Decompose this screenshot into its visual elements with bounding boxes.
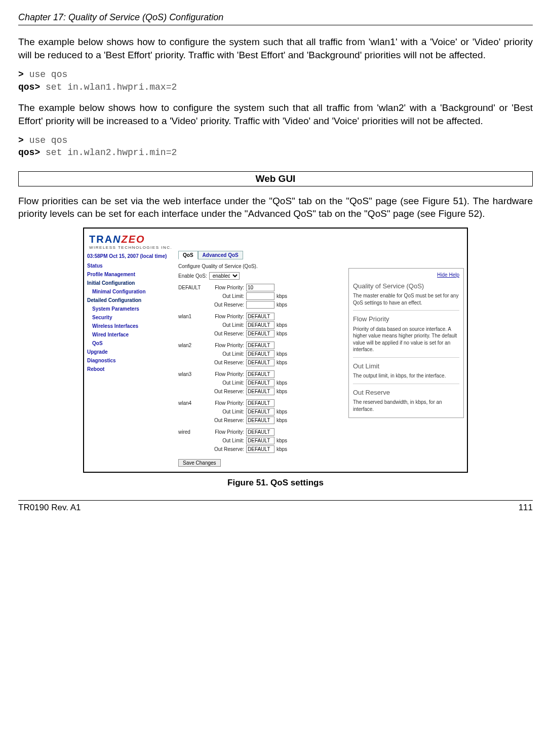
out-reserve-label: Out Reserve: xyxy=(202,360,246,365)
help-text-out-limit: The output limit, in kbps, for the inter… xyxy=(353,372,459,380)
default-out-reserve-input[interactable] xyxy=(246,301,274,309)
out-reserve-label: Out Reserve: xyxy=(202,418,246,423)
nav-sidebar: 03:58PM Oct 15, 2007 (local time) Status… xyxy=(84,251,173,472)
cli-command: set in.wlan2.hwpri.min=2 xyxy=(46,147,177,158)
out-limit-input[interactable] xyxy=(246,379,274,387)
out-reserve-input[interactable] xyxy=(246,417,274,424)
nav-system-parameters[interactable]: System Parameters xyxy=(87,305,173,313)
nav-profile-management[interactable]: Profile Management xyxy=(87,270,173,279)
cli-command: set in.wlan1.hwpri.max=2 xyxy=(46,82,177,92)
cli-prompt: qos> xyxy=(18,147,40,158)
out-limit-label: Out Limit: xyxy=(202,293,246,299)
kbps-unit: kbps xyxy=(274,331,287,336)
footer-doc-id: TR0190 Rev. A1 xyxy=(18,503,81,513)
out-limit-input[interactable] xyxy=(246,350,274,358)
help-title-qos: Quality of Service (QoS) xyxy=(353,282,459,291)
paragraph-2: The example below shows how to configure… xyxy=(18,101,533,127)
nav-initial-configuration[interactable]: Initial Configuration xyxy=(87,279,173,287)
out-reserve-label: Out Reserve: xyxy=(202,302,246,308)
kbps-unit: kbps xyxy=(274,380,287,386)
page-footer: TR0190 Rev. A1 111 xyxy=(18,500,533,513)
iface-name: wlan2 xyxy=(178,343,202,348)
enable-qos-select[interactable]: enabled xyxy=(209,272,240,280)
out-limit-label: Out Limit: xyxy=(202,438,246,443)
out-reserve-input[interactable] xyxy=(246,330,274,337)
nav-reboot[interactable]: Reboot xyxy=(87,365,173,373)
kbps-unit: kbps xyxy=(274,418,287,423)
cli-command: use qos xyxy=(29,69,68,80)
kbps-unit: kbps xyxy=(274,446,287,452)
kbps-unit: kbps xyxy=(274,351,287,357)
iface-name: wlan3 xyxy=(178,371,202,377)
kbps-unit: kbps xyxy=(274,409,287,414)
kbps-unit: kbps xyxy=(274,438,287,443)
nav-status[interactable]: Status xyxy=(87,261,173,270)
kbps-unit: kbps xyxy=(274,360,287,365)
flow-priority-input[interactable] xyxy=(246,313,274,320)
flow-priority-label: Flow Priority: xyxy=(202,400,246,406)
out-limit-label: Out Limit: xyxy=(202,380,246,386)
figure-caption: Figure 51. QoS settings xyxy=(83,478,468,488)
cli-command: use qos xyxy=(29,135,68,145)
flow-priority-input[interactable] xyxy=(246,342,274,349)
iface-name: wlan1 xyxy=(178,314,202,319)
save-changes-button[interactable]: Save Changes xyxy=(178,459,221,467)
nav-security[interactable]: Security xyxy=(87,313,173,322)
help-title-flow-priority: Flow Priority xyxy=(353,315,459,324)
chapter-header: Chapter 17: Quality of Service (QoS) Con… xyxy=(18,12,533,25)
out-limit-label: Out Limit: xyxy=(202,322,246,328)
help-panel: Hide Help Quality of Service (QoS) The m… xyxy=(348,268,464,418)
logo-subtitle: WIRELESS TECHNOLOGIES INC. xyxy=(89,245,462,250)
kbps-unit: kbps xyxy=(274,302,287,308)
tab-bar: QoS Advanced QoS xyxy=(178,251,465,259)
nav-qos[interactable]: QoS xyxy=(87,339,173,348)
iface-name: wired xyxy=(178,429,202,435)
out-reserve-label: Out Reserve: xyxy=(202,331,246,336)
kbps-unit: kbps xyxy=(274,389,287,394)
flow-priority-label: Flow Priority: xyxy=(202,314,246,319)
nav-diagnostics[interactable]: Diagnostics xyxy=(87,356,173,365)
out-limit-input[interactable] xyxy=(246,408,274,415)
paragraph-1: The example below shows how to configure… xyxy=(18,35,533,61)
out-reserve-label: Out Reserve: xyxy=(202,389,246,394)
kbps-unit: kbps xyxy=(274,322,287,328)
section-heading-web-gui: Web GUI xyxy=(18,171,533,186)
out-limit-label: Out Limit: xyxy=(202,351,246,357)
help-text-flow-priority: Priority of data based on source interfa… xyxy=(353,326,459,353)
out-reserve-input[interactable] xyxy=(246,388,274,395)
hide-help-link[interactable]: Hide Help xyxy=(353,272,459,279)
code-block-2: > use qos qos> set in.wlan2.hwpri.min=2 xyxy=(18,134,533,159)
help-title-out-limit: Out Limit xyxy=(353,362,459,371)
flow-priority-input[interactable] xyxy=(246,399,274,407)
out-reserve-input[interactable] xyxy=(246,359,274,366)
nav-wireless-interfaces[interactable]: Wireless Interfaces xyxy=(87,322,173,330)
out-reserve-input[interactable] xyxy=(246,445,274,453)
out-limit-input[interactable] xyxy=(246,321,274,329)
tab-advanced-qos[interactable]: Advanced QoS xyxy=(198,251,243,259)
default-out-limit-input[interactable] xyxy=(246,292,274,300)
help-text-out-reserve: The reserved bandwidth, in kbps, for an … xyxy=(353,399,459,412)
flow-priority-input[interactable] xyxy=(246,428,274,436)
cli-prompt: qos> xyxy=(18,82,40,92)
nav-wired-interface[interactable]: Wired Interface xyxy=(87,330,173,339)
iface-name-default: DEFAULT xyxy=(178,285,202,290)
default-flow-priority-input[interactable] xyxy=(246,284,274,291)
out-reserve-label: Out Reserve: xyxy=(202,446,246,452)
nav-minimal-configuration[interactable]: Minimal Configuration xyxy=(87,287,173,296)
tab-qos[interactable]: QoS xyxy=(178,251,198,259)
out-limit-label: Out Limit: xyxy=(202,409,246,414)
help-title-out-reserve: Out Reserve xyxy=(353,388,459,397)
content-area: QoS Advanced QoS Configure Quality of Se… xyxy=(173,251,467,472)
nav-upgrade[interactable]: Upgrade xyxy=(87,348,173,356)
nav-detailed-configuration[interactable]: Detailed Configuration xyxy=(87,296,173,305)
code-block-1: > use qos qos> set in.wlan1.hwpri.max=2 xyxy=(18,68,533,93)
tranzeo-logo: TRANZEO xyxy=(89,234,462,245)
cli-prompt: > xyxy=(18,135,24,145)
logo-part: TRA xyxy=(89,234,113,245)
flow-priority-label: Flow Priority: xyxy=(202,285,246,290)
timestamp: 03:58PM Oct 15, 2007 (local time) xyxy=(87,252,173,261)
logo-part: N xyxy=(113,234,121,245)
flow-priority-input[interactable] xyxy=(246,370,274,378)
flow-priority-label: Flow Priority: xyxy=(202,343,246,348)
out-limit-input[interactable] xyxy=(246,437,274,444)
